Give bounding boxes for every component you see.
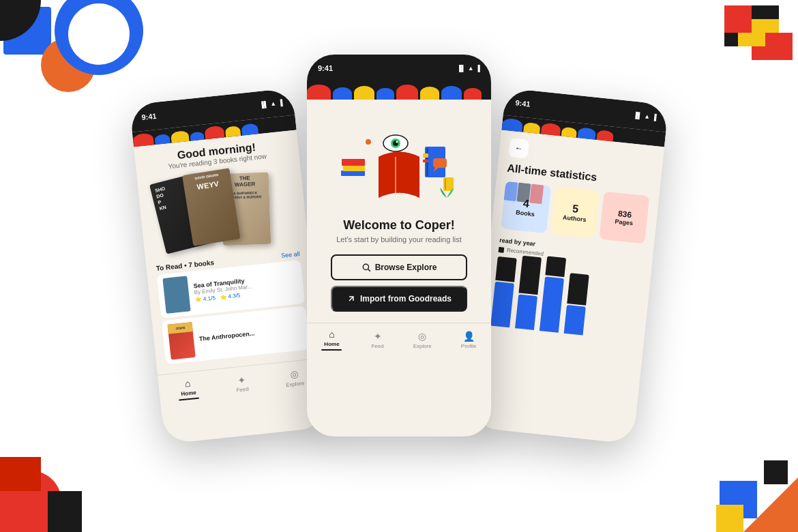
- nav-explore-center[interactable]: ◎ Explore: [413, 331, 432, 349]
- stat-authors-label: Authors: [563, 214, 587, 224]
- corner-decoration-br: [709, 443, 798, 532]
- svg-rect-16: [445, 179, 446, 190]
- phone-left-icons: ▐▌ ▲ ▐: [259, 99, 283, 108]
- bar-dark-3: [545, 256, 566, 278]
- import-goodreads-button[interactable]: Import from Goodreads: [331, 286, 467, 312]
- stat-books: 4 Books: [501, 181, 551, 234]
- feed-label: Feed: [236, 385, 249, 393]
- phone-left-content: Good morning! You're reading 3 books rig…: [134, 130, 321, 374]
- phone-right: 9:41 ▐▌ ▲ ▐ ← All-time statistics: [471, 88, 669, 444]
- corner-decoration-tl: [0, 0, 123, 82]
- welcome-title: Welcome to Coper!: [343, 218, 455, 233]
- stat-authors-number: 5: [572, 203, 579, 216]
- svg-rect-1: [343, 165, 365, 171]
- book-info-2: The Anthropocen...: [198, 325, 302, 343]
- bar-dark-2: [518, 256, 542, 295]
- welcome-illustration: [338, 109, 460, 211]
- wifi-icon-c: ▲: [468, 65, 474, 72]
- welcome-subtitle: Let's start by building your reading lis…: [336, 235, 462, 243]
- books-stack: SHODOPKN DAVID GRANN WEYV THEWAGER A SHI…: [147, 163, 299, 260]
- svg-rect-12: [433, 158, 447, 168]
- explore-icon: ◎: [289, 368, 299, 380]
- corner-decoration-bl: [0, 443, 95, 532]
- battery-icon-c: ▐: [476, 65, 480, 72]
- browse-explore-button[interactable]: Browse Explore: [331, 254, 467, 280]
- phone-right-content: ← All-time statistics 4 Books: [480, 130, 664, 348]
- nav-profile-center[interactable]: 👤 Profile: [461, 331, 477, 349]
- phone-center-nav: ⌂ Home ✦ Feed ◎ Explore 👤 Profile: [307, 323, 491, 353]
- svg-line-19: [349, 297, 353, 301]
- bar-blue-4: [564, 305, 586, 336]
- stat-pages: 836 Pages: [600, 192, 650, 244]
- explore-label: Explore: [286, 380, 305, 388]
- nav-home-center[interactable]: ⌂ Home: [321, 329, 342, 351]
- phone-center-content: Welcome to Coper! Let's start by buildin…: [307, 100, 491, 323]
- phone-center-statusbar: 9:41 ▐▌ ▲ ▐: [307, 55, 491, 82]
- feed-icon-c: ✦: [374, 331, 382, 342]
- svg-point-17: [363, 264, 368, 269]
- bar-dark-4: [567, 273, 589, 306]
- see-all-link[interactable]: See all: [281, 250, 300, 258]
- stat-books-number: 4: [522, 197, 530, 210]
- book-thumb-1: [162, 276, 190, 313]
- to-read-section: To Read • 7 books See all Sea of Tranqui…: [156, 250, 310, 364]
- corner-decoration-tr: [716, 0, 798, 75]
- battery-icon: ▐: [278, 99, 283, 106]
- wifi-icon: ▲: [270, 100, 277, 107]
- feed-label-c: Feed: [371, 343, 383, 349]
- phone-center: 9:41 ▐▌ ▲ ▐: [307, 55, 491, 437]
- phone-center-colorstrip: [307, 82, 491, 100]
- svg-rect-10: [423, 153, 428, 158]
- svg-point-6: [396, 141, 398, 143]
- book-thumb-2: JOHN: [167, 322, 195, 359]
- nav-feed-center[interactable]: ✦ Feed: [371, 331, 383, 349]
- nav-home-left[interactable]: ⌂ Home: [177, 377, 199, 401]
- nav-explore-left[interactable]: ◎ Explore: [284, 368, 305, 388]
- bar-group-1: [490, 256, 517, 327]
- phone-center-time: 9:41: [318, 64, 333, 72]
- signal-icon: ▐▌: [259, 101, 269, 108]
- signal-icon-c: ▐▌: [457, 65, 466, 72]
- import-button-label: Import from Goodreads: [360, 294, 452, 304]
- bar-dark-1: [495, 256, 517, 282]
- home-label: Home: [181, 389, 196, 397]
- svg-line-18: [368, 269, 370, 271]
- book-title-2: The Anthropocen...: [198, 325, 302, 343]
- svg-rect-0: [341, 171, 365, 176]
- nav-underline: [179, 398, 199, 401]
- bar-blue-2: [515, 294, 537, 330]
- stats-cards: 4 Books 5 Authors 836 Pages: [501, 181, 649, 244]
- home-label-c: Home: [324, 341, 339, 347]
- bar-blue-1: [490, 282, 514, 328]
- legend-dot: [499, 247, 505, 253]
- stat-authors: 5 Authors: [550, 186, 600, 239]
- bar-group-4: [564, 273, 589, 335]
- wifi-icon-r: ▲: [644, 113, 651, 120]
- back-button[interactable]: ←: [508, 138, 529, 159]
- bar-blue-3: [540, 276, 564, 332]
- back-icon: ←: [514, 143, 523, 153]
- stat-pages-label: Pages: [615, 218, 633, 227]
- phone-right-time: 9:41: [515, 98, 531, 108]
- phone-left-time: 9:41: [141, 112, 157, 121]
- phone-left: 9:41 ▐▌ ▲ ▐ Good morning! You're reading…: [130, 88, 328, 444]
- explore-label-c: Explore: [413, 343, 432, 349]
- feed-icon: ✦: [237, 374, 246, 385]
- home-icon-c: ⌂: [329, 329, 334, 340]
- signal-icon-r: ▐▌: [633, 112, 642, 119]
- svg-point-14: [366, 139, 371, 145]
- book-info-1: Sea of Tranquility By Emily St. John Mar…: [193, 271, 298, 304]
- phones-container: 9:41 ▐▌ ▲ ▐ Good morning! You're reading…: [133, 41, 665, 484]
- phone-right-icons: ▐▌ ▲ ▐: [633, 112, 657, 121]
- svg-rect-2: [342, 159, 365, 166]
- battery-icon-r: ▐: [652, 113, 657, 121]
- profile-icon-c: 👤: [463, 331, 475, 342]
- svg-rect-11: [423, 160, 428, 162]
- profile-label-c: Profile: [461, 343, 477, 349]
- bar-group-2: [515, 256, 542, 330]
- bar-group-3: [540, 256, 566, 333]
- home-icon: ⌂: [184, 378, 191, 389]
- nav-feed-left[interactable]: ✦ Feed: [235, 374, 249, 394]
- bar-chart: [490, 258, 641, 341]
- nav-underline-c: [321, 349, 342, 351]
